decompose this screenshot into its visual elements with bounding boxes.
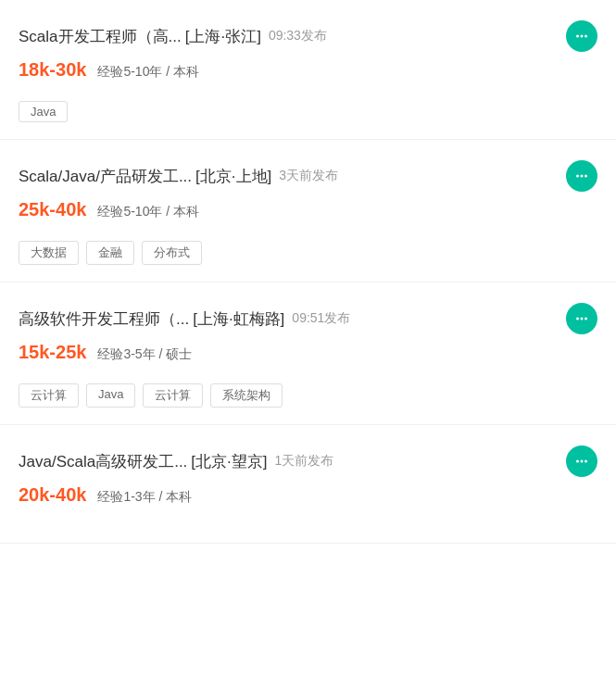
svg-point-9 bbox=[576, 460, 579, 463]
job-salary: 15k-25k bbox=[19, 342, 86, 363]
job-header: Scala开发工程师（高... [上海·张江]09:33发布 bbox=[19, 20, 597, 52]
salary-info-row: 15k-25k经验3-5年 / 硕士 bbox=[19, 342, 597, 374]
job-tags: 云计算Java云计算系统架构 bbox=[19, 383, 597, 408]
svg-point-1 bbox=[581, 35, 584, 38]
job-tag[interactable]: 云计算 bbox=[19, 383, 79, 408]
job-title-area: Java/Scala高级研发工... [北京·望京]1天前发布 bbox=[19, 451, 557, 472]
job-time: 09:33发布 bbox=[269, 28, 327, 44]
job-time: 09:51发布 bbox=[292, 310, 350, 327]
job-time: 3天前发布 bbox=[279, 168, 338, 184]
job-tag[interactable]: Java bbox=[19, 101, 68, 122]
job-experience: 经验5-10年 / 本科 bbox=[97, 204, 199, 220]
job-tag[interactable]: 大数据 bbox=[19, 241, 79, 265]
job-experience: 经验5-10年 / 本科 bbox=[97, 64, 199, 81]
svg-point-10 bbox=[581, 460, 584, 463]
job-item: Java/Scala高级研发工... [北京·望京]1天前发布 20k-40k经… bbox=[0, 425, 616, 544]
job-title[interactable]: Scala开发工程师（高... bbox=[19, 26, 182, 47]
svg-point-11 bbox=[585, 460, 587, 463]
job-experience: 经验3-5年 / 硕士 bbox=[97, 346, 192, 363]
job-tag[interactable]: Java bbox=[86, 383, 135, 408]
job-title-area: Scala开发工程师（高... [上海·张江]09:33发布 bbox=[19, 26, 557, 47]
job-location: [北京·上地] bbox=[195, 166, 271, 187]
job-experience: 经验1-3年 / 本科 bbox=[97, 489, 192, 506]
job-time: 1天前发布 bbox=[275, 453, 334, 470]
job-title[interactable]: Scala/Java/产品研发工... bbox=[19, 166, 192, 187]
job-tags: 大数据金融分布式 bbox=[19, 241, 597, 265]
job-header: Scala/Java/产品研发工... [北京·上地]3天前发布 bbox=[19, 160, 597, 192]
job-location: [北京·望京] bbox=[191, 451, 267, 472]
salary-info-row: 25k-40k经验5-10年 / 本科 bbox=[19, 199, 597, 232]
job-item: 高级软件开发工程师（... [上海·虹梅路]09:51发布 15k-25k经验3… bbox=[0, 282, 616, 425]
svg-point-7 bbox=[581, 318, 584, 320]
job-tag[interactable]: 金融 bbox=[86, 241, 134, 265]
job-salary: 18k-30k bbox=[19, 59, 86, 81]
job-title-area: 高级软件开发工程师（... [上海·虹梅路]09:51发布 bbox=[19, 308, 557, 330]
svg-point-0 bbox=[576, 35, 579, 38]
svg-point-5 bbox=[585, 175, 587, 178]
job-header: 高级软件开发工程师（... [上海·虹梅路]09:51发布 bbox=[19, 303, 597, 334]
job-salary: 20k-40k bbox=[19, 484, 86, 506]
chat-button[interactable] bbox=[566, 160, 597, 192]
svg-point-6 bbox=[576, 318, 579, 320]
job-location: [上海·张江] bbox=[185, 26, 261, 47]
chat-button[interactable] bbox=[566, 20, 597, 52]
job-header: Java/Scala高级研发工... [北京·望京]1天前发布 bbox=[19, 445, 597, 477]
svg-point-8 bbox=[585, 318, 587, 320]
salary-info-row: 18k-30k经验5-10年 / 本科 bbox=[19, 59, 597, 92]
svg-point-3 bbox=[576, 175, 579, 178]
job-tags: Java bbox=[19, 101, 597, 122]
job-title-area: Scala/Java/产品研发工... [北京·上地]3天前发布 bbox=[19, 166, 557, 187]
job-item: Scala/Java/产品研发工... [北京·上地]3天前发布 25k-40k… bbox=[0, 140, 616, 282]
salary-info-row: 20k-40k经验1-3年 / 本科 bbox=[19, 484, 597, 517]
job-tag[interactable]: 分布式 bbox=[142, 241, 202, 265]
job-tag[interactable]: 系统架构 bbox=[210, 383, 283, 408]
job-title[interactable]: Java/Scala高级研发工... bbox=[19, 451, 187, 472]
job-location: [上海·虹梅路] bbox=[193, 308, 284, 330]
job-tag[interactable]: 云计算 bbox=[143, 383, 203, 408]
chat-button[interactable] bbox=[566, 303, 597, 334]
job-item: Scala开发工程师（高... [上海·张江]09:33发布 18k-30k经验… bbox=[0, 0, 616, 140]
job-list: Scala开发工程师（高... [上海·张江]09:33发布 18k-30k经验… bbox=[0, 0, 616, 544]
chat-button[interactable] bbox=[566, 445, 597, 477]
svg-point-2 bbox=[585, 35, 587, 38]
job-salary: 25k-40k bbox=[19, 199, 86, 220]
job-title[interactable]: 高级软件开发工程师（... bbox=[19, 308, 189, 330]
svg-point-4 bbox=[581, 175, 584, 178]
